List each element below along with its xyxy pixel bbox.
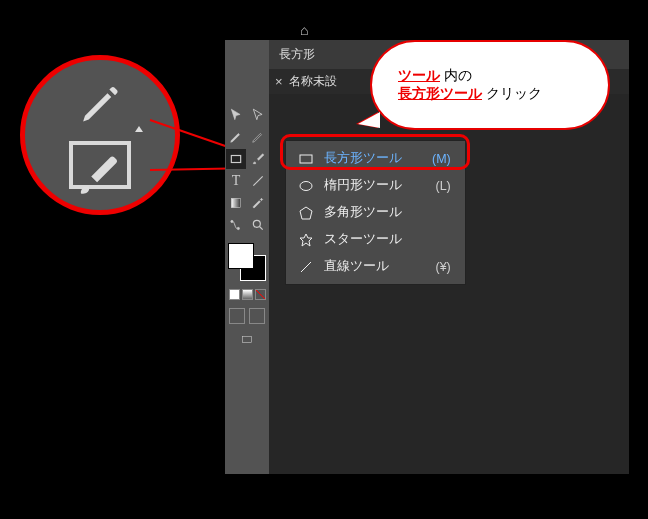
flyout-label: 長方形ツール: [324, 150, 402, 167]
callout-line1: ツール 内の: [398, 67, 582, 85]
svg-line-3: [253, 176, 262, 185]
flyout-item-line[interactable]: 直線ツール (¥): [286, 253, 465, 280]
screen-mode[interactable]: [237, 330, 257, 350]
fill-stroke-swatch[interactable]: [228, 243, 266, 281]
flyout-label: スターツール: [324, 231, 402, 248]
curvature-tool[interactable]: [248, 127, 268, 147]
line-icon: [298, 260, 314, 274]
color-mode-gradient[interactable]: [242, 289, 253, 300]
svg-rect-2: [231, 156, 240, 163]
shape-tool-flyout: 長方形ツール (M) 楕円形ツール (L) 多角形ツール スターツール: [285, 140, 466, 285]
pen-tool[interactable]: [226, 127, 246, 147]
instruction-callout: ツール 内の 長方形ツール クリック: [370, 40, 610, 130]
rectangle-tool[interactable]: [226, 149, 246, 169]
tools-toolbar: T: [225, 40, 269, 474]
svg-point-11: [300, 181, 312, 190]
flyout-item-star[interactable]: スターツール: [286, 226, 465, 253]
window-header-icons: ⌂: [300, 22, 308, 38]
line-segment-tool[interactable]: [248, 171, 268, 191]
home-icon[interactable]: ⌂: [300, 22, 308, 38]
speech-bubble: ツール 内の 長方形ツール クリック: [370, 40, 610, 130]
flyout-label: 多角形ツール: [324, 204, 402, 221]
blend-tool[interactable]: [226, 215, 246, 235]
color-mode-row: [229, 289, 266, 300]
flyout-shortcut: (L): [415, 179, 450, 193]
ellipse-icon: [298, 179, 314, 193]
callout-line2: 長方形ツール クリック: [398, 85, 582, 103]
draw-normal[interactable]: [229, 308, 245, 324]
svg-line-8: [260, 227, 263, 230]
svg-point-5: [231, 220, 233, 222]
flyout-label: 直線ツール: [324, 258, 389, 275]
polygon-icon: [298, 206, 314, 220]
draw-behind[interactable]: [249, 308, 265, 324]
flyout-label: 楕円形ツール: [324, 177, 402, 194]
color-mode-none[interactable]: [255, 289, 266, 300]
brush-tool-icon[interactable]: [70, 151, 125, 205]
svg-rect-9: [242, 337, 251, 343]
flyout-item-polygon[interactable]: 多角形ツール: [286, 199, 465, 226]
svg-marker-12: [300, 207, 312, 219]
eyedropper-tool[interactable]: [248, 193, 268, 213]
flyout-item-rectangle[interactable]: 長方形ツール (M): [286, 145, 465, 172]
brush-tool[interactable]: [248, 149, 268, 169]
close-tab-icon[interactable]: ×: [275, 74, 283, 89]
callout-accent: ツール: [398, 67, 440, 83]
callout-accent: 長方形ツール: [398, 85, 482, 101]
selection-tool[interactable]: [226, 105, 246, 125]
star-icon: [298, 233, 314, 247]
zoom-tool[interactable]: [248, 215, 268, 235]
callout-text: 内の: [440, 67, 472, 83]
canvas-area[interactable]: 長方形ツール (M) 楕円形ツール (L) 多角形ツール スターツール: [269, 94, 629, 474]
document-tab[interactable]: 名称未設: [289, 73, 337, 90]
fill-color[interactable]: [228, 243, 254, 269]
flyout-item-ellipse[interactable]: 楕円形ツール (L): [286, 172, 465, 199]
svg-line-14: [301, 262, 311, 272]
callout-text: クリック: [482, 85, 542, 101]
pen-tool-icon[interactable]: [70, 82, 130, 131]
type-tool[interactable]: T: [226, 171, 246, 191]
color-mode-solid[interactable]: [229, 289, 240, 300]
svg-rect-4: [231, 198, 240, 207]
flyout-shortcut: (¥): [415, 260, 450, 274]
rectangle-icon: [298, 152, 314, 166]
flyout-shortcut: (M): [412, 152, 451, 166]
direct-selection-tool[interactable]: [248, 105, 268, 125]
gradient-tool[interactable]: [226, 193, 246, 213]
svg-marker-13: [300, 234, 312, 246]
svg-rect-10: [300, 155, 312, 163]
draw-mode-row: [229, 308, 265, 324]
svg-point-7: [253, 220, 260, 227]
svg-point-6: [237, 227, 239, 229]
